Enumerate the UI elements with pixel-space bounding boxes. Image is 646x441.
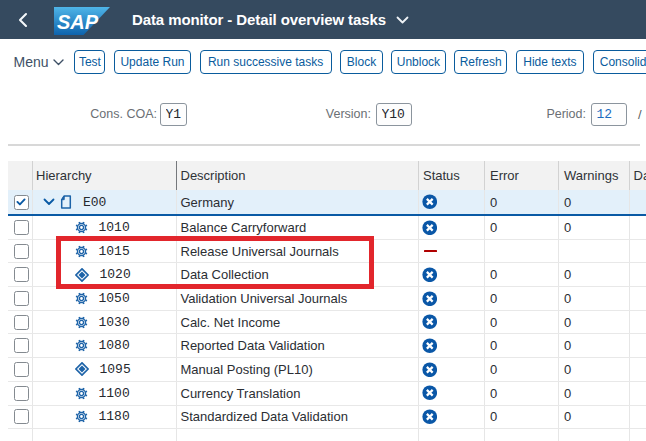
hide-texts-button[interactable]: Hide texts bbox=[516, 50, 584, 74]
block-button[interactable]: Block bbox=[340, 50, 383, 74]
hierarchy-cell: 1020 bbox=[33, 263, 177, 286]
error-cell bbox=[485, 240, 559, 263]
status-icon-wrap[interactable] bbox=[422, 291, 438, 307]
shell-bar: SAP Data monitor - Detail overview tasks bbox=[0, 0, 646, 39]
header-error[interactable]: Error bbox=[485, 161, 559, 190]
empty-cell bbox=[485, 429, 559, 441]
error-cell: 0 bbox=[485, 358, 559, 381]
status-icon-wrap[interactable] bbox=[422, 338, 438, 354]
status-icon-wrap[interactable] bbox=[422, 267, 438, 283]
status-cancel-icon bbox=[422, 267, 438, 283]
version-input[interactable] bbox=[376, 103, 412, 126]
empty-cell bbox=[559, 429, 630, 441]
select-cell bbox=[8, 406, 33, 429]
row-checkbox[interactable] bbox=[14, 267, 29, 282]
task-icon-wrap bbox=[75, 316, 88, 329]
gear-icon bbox=[75, 339, 88, 352]
status-icon-wrap[interactable] bbox=[422, 409, 438, 425]
empty-cell bbox=[419, 429, 485, 441]
status-cell bbox=[419, 216, 485, 239]
header-hierarchy[interactable]: Hierarchy bbox=[33, 161, 177, 190]
table-row-1010[interactable]: 1010 Balance Carryforward 0 0 bbox=[8, 216, 646, 240]
description-cell: Release Universal Journals bbox=[177, 240, 419, 263]
chevron-down-icon bbox=[396, 16, 409, 24]
status-icon-wrap[interactable] bbox=[422, 314, 438, 330]
status-icon-wrap[interactable] bbox=[422, 362, 438, 378]
hierarchy-cell: E00 bbox=[33, 190, 177, 214]
task-id: 1020 bbox=[100, 267, 131, 282]
hierarchy-cell: 1015 bbox=[33, 240, 177, 263]
test-button[interactable]: Test bbox=[74, 50, 105, 74]
task-icon-wrap bbox=[75, 339, 88, 352]
row-checkbox[interactable] bbox=[14, 244, 29, 259]
error-cell: 0 bbox=[485, 287, 559, 310]
date-cell bbox=[630, 240, 646, 263]
row-checkbox[interactable] bbox=[14, 386, 29, 401]
menu-label: Menu bbox=[14, 54, 49, 70]
header-status[interactable]: Status bbox=[419, 161, 485, 190]
header-description[interactable]: Description bbox=[177, 161, 419, 190]
hierarchy-cell: 1180 bbox=[33, 406, 177, 429]
table-row-1080[interactable]: 1080 Reported Data Validation 0 0 bbox=[8, 334, 646, 358]
row-checkbox[interactable] bbox=[14, 409, 29, 424]
row-checkbox[interactable] bbox=[14, 362, 29, 377]
warnings-cell: 0 bbox=[559, 190, 630, 214]
status-cancel-icon bbox=[422, 220, 438, 236]
chevron-down-icon bbox=[53, 59, 64, 66]
warnings-cell: 0 bbox=[559, 311, 630, 334]
row-checkbox[interactable] bbox=[14, 315, 29, 330]
status-cell bbox=[419, 287, 485, 310]
gear-icon bbox=[75, 292, 88, 305]
row-checkbox[interactable] bbox=[14, 195, 29, 210]
table-body: E00 Germany 0 0 1010 Balance Carryforwar… bbox=[8, 190, 646, 441]
back-button[interactable] bbox=[17, 12, 31, 28]
expand-arrow-icon[interactable] bbox=[43, 198, 55, 206]
run-successive-tasks-button[interactable]: Run successive tasks bbox=[200, 50, 332, 74]
header-warnings[interactable]: Warnings bbox=[559, 161, 630, 190]
row-checkbox[interactable] bbox=[14, 220, 29, 235]
table-row-1050[interactable]: 1050 Validation Universal Journals 0 0 bbox=[8, 287, 646, 311]
task-id: 1030 bbox=[99, 315, 130, 330]
table-row-1100[interactable]: 1100 Currency Translation 0 0 bbox=[8, 382, 646, 406]
status-cancel-icon bbox=[422, 409, 438, 425]
select-cell bbox=[8, 263, 33, 286]
status-cell bbox=[419, 382, 485, 405]
error-cell: 0 bbox=[485, 311, 559, 334]
unblock-button[interactable]: Unblock bbox=[391, 50, 445, 74]
refresh-button[interactable]: Refresh bbox=[454, 50, 507, 74]
period-input[interactable] bbox=[591, 103, 627, 126]
status-icon-wrap[interactable] bbox=[422, 220, 438, 236]
table-row-1030[interactable]: 1030 Calc. Net Income 0 0 bbox=[8, 311, 646, 335]
description-cell: Reported Data Validation bbox=[177, 334, 419, 357]
table-row-1020[interactable]: 1020 Data Collection 0 0 bbox=[8, 263, 646, 287]
table-row-1180[interactable]: 1180 Standardized Data Validation 0 0 bbox=[8, 406, 646, 430]
cons-coa-input[interactable] bbox=[160, 103, 187, 126]
status-icon-wrap[interactable] bbox=[422, 194, 438, 210]
warnings-cell bbox=[559, 240, 630, 263]
collapse-node-button[interactable] bbox=[43, 198, 55, 206]
task-toolbar: Menu TestUpdate RunRun successive tasksB… bbox=[0, 50, 646, 74]
cons-coa-label: Cons. COA: bbox=[7, 103, 157, 126]
diamond-icon bbox=[75, 268, 89, 282]
header-date[interactable]: Date bbox=[630, 161, 646, 190]
toolbar-buttons: TestUpdate RunRun successive tasksBlockU… bbox=[74, 50, 646, 74]
hierarchy-cell: 1010 bbox=[33, 216, 177, 239]
table-row-1095[interactable]: 1095 Manual Posting (PL10) 0 0 bbox=[8, 358, 646, 382]
table-row-E00[interactable]: E00 Germany 0 0 bbox=[8, 190, 646, 216]
table-row-1015[interactable]: 1015 Release Universal Journals bbox=[8, 240, 646, 264]
status-icon-wrap[interactable] bbox=[422, 385, 438, 401]
row-checkbox[interactable] bbox=[14, 338, 29, 353]
status-cell bbox=[419, 240, 485, 263]
title-dropdown-button[interactable] bbox=[396, 16, 409, 24]
consolidation-monitor-button[interactable]: Consolidation monitor bbox=[593, 50, 646, 74]
error-cell: 0 bbox=[485, 190, 559, 214]
gear-icon bbox=[75, 387, 88, 400]
task-icon-wrap bbox=[75, 292, 88, 305]
error-cell: 0 bbox=[485, 263, 559, 286]
update-run-button[interactable]: Update Run bbox=[114, 50, 191, 74]
chevron-left-icon bbox=[17, 12, 28, 28]
description-cell: Calc. Net Income bbox=[177, 311, 419, 334]
menu-button[interactable]: Menu bbox=[14, 50, 64, 74]
select-cell bbox=[8, 311, 33, 334]
row-checkbox[interactable] bbox=[14, 291, 29, 306]
